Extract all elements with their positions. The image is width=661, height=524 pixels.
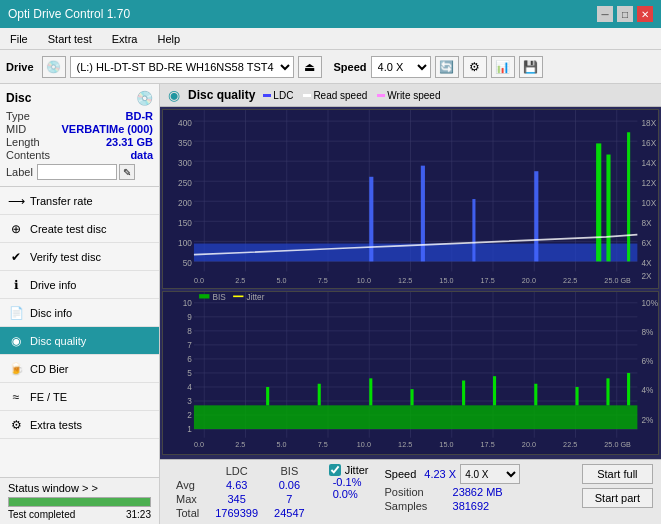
max-ldc: 345 (207, 492, 266, 506)
svg-text:10%: 10% (642, 298, 659, 308)
drive-icon-button[interactable]: 💿 (42, 56, 66, 78)
save-button[interactable]: 💾 (519, 56, 543, 78)
disc-mid-row: MID VERBATIMe (000) (6, 123, 153, 135)
svg-text:25.0 GB: 25.0 GB (604, 440, 631, 449)
avg-ldc: 4.63 (207, 478, 266, 492)
fe-te-icon: ≈ (8, 390, 24, 404)
svg-text:350: 350 (178, 137, 192, 147)
drive-info-icon: ℹ (8, 278, 24, 292)
svg-text:0.0: 0.0 (194, 275, 204, 284)
disc-quality-icon: ◉ (8, 334, 24, 348)
status-window-panel[interactable]: Status window > > Test completed 31:23 (0, 477, 159, 524)
close-button[interactable]: ✕ (637, 6, 653, 22)
contents-label: Contents (6, 149, 50, 161)
eject-button[interactable]: ⏏ (298, 56, 322, 78)
start-full-button[interactable]: Start full (582, 464, 653, 484)
svg-text:7.5: 7.5 (318, 275, 328, 284)
status-time: 31:23 (126, 509, 151, 520)
jitter-header: Jitter (329, 464, 369, 476)
svg-rect-86 (576, 387, 579, 405)
titlebar: Opti Drive Control 1.70 ─ □ ✕ (0, 0, 661, 28)
svg-text:Jitter: Jitter (247, 292, 265, 302)
svg-text:2.5: 2.5 (235, 275, 245, 284)
nav-label-extra-tests: Extra tests (30, 419, 82, 431)
svg-text:5.0: 5.0 (276, 440, 286, 449)
refresh-button[interactable]: 🔄 (435, 56, 459, 78)
nav-item-extra-tests[interactable]: ⚙ Extra tests (0, 411, 159, 439)
nav-item-verify-test-disc[interactable]: ✔ Verify test disc (0, 243, 159, 271)
start-part-button[interactable]: Start part (582, 488, 653, 508)
menu-extra[interactable]: Extra (106, 31, 144, 47)
svg-text:4%: 4% (642, 385, 654, 395)
svg-rect-87 (606, 378, 609, 405)
svg-rect-78 (194, 405, 637, 429)
svg-text:50: 50 (183, 258, 192, 268)
jitter-stats-section: Jitter -0.1% 0.0% (329, 464, 369, 500)
max-bis: 7 (266, 492, 313, 506)
nav-item-cd-bier[interactable]: 🍺 CD Bier (0, 355, 159, 383)
svg-text:400: 400 (178, 117, 192, 127)
svg-rect-82 (411, 389, 414, 405)
menu-help[interactable]: Help (151, 31, 186, 47)
disc-panel: Disc 💿 Type BD-R MID VERBATIMe (000) Len… (0, 84, 159, 187)
nav-item-fe-te[interactable]: ≈ FE / TE (0, 383, 159, 411)
stats-row-avg: Avg 4.63 0.06 (168, 478, 313, 492)
lower-chart: 10 9 8 7 6 5 4 3 2 1 10% 8% 6% 4% 2% (162, 291, 659, 455)
svg-text:18X: 18X (642, 117, 657, 127)
stats-col-bis: BIS (266, 464, 313, 478)
svg-text:16X: 16X (642, 137, 657, 147)
nav-item-disc-quality[interactable]: ◉ Disc quality (0, 327, 159, 355)
svg-text:10.0: 10.0 (357, 275, 371, 284)
svg-text:17.5: 17.5 (481, 440, 495, 449)
menu-file[interactable]: File (4, 31, 34, 47)
svg-text:20.0: 20.0 (522, 275, 536, 284)
nav-label-create-test-disc: Create test disc (30, 223, 106, 235)
svg-rect-27 (627, 132, 630, 261)
chart-button[interactable]: 📊 (491, 56, 515, 78)
svg-text:15.0: 15.0 (439, 440, 453, 449)
nav-item-drive-info[interactable]: ℹ Drive info (0, 271, 159, 299)
speed-mini-select[interactable]: 4.0 X 1.0 X 2.0 X (460, 464, 520, 484)
nav-item-create-test-disc[interactable]: ⊕ Create test disc (0, 215, 159, 243)
mid-value: VERBATIMe (000) (62, 123, 153, 135)
position-row: Position 23862 MB (385, 486, 521, 498)
svg-text:7.5: 7.5 (318, 440, 328, 449)
label-edit-button[interactable]: ✎ (119, 164, 135, 180)
menu-start-test[interactable]: Start test (42, 31, 98, 47)
drive-select[interactable]: (L:) HL-DT-ST BD-RE WH16NS58 TST4 (70, 56, 294, 78)
jitter-checkbox[interactable] (329, 464, 341, 476)
maximize-button[interactable]: □ (617, 6, 633, 22)
status-text: Test completed (8, 509, 75, 520)
stats-row-total: Total 1769399 24547 (168, 506, 313, 520)
svg-rect-21 (369, 177, 373, 262)
nav-item-transfer-rate[interactable]: ⟶ Transfer rate (0, 187, 159, 215)
speed-select[interactable]: 4.0 X 1.0 X 2.0 X 6.0 X 8.0 X (371, 56, 431, 78)
nav-section: ⟶ Transfer rate ⊕ Create test disc ✔ Ver… (0, 187, 159, 477)
svg-rect-23 (472, 199, 475, 261)
svg-text:15.0: 15.0 (439, 275, 453, 284)
avg-label: Avg (168, 478, 207, 492)
ldc-legend-dot (263, 94, 271, 97)
type-label: Type (6, 110, 30, 122)
nav-item-disc-info[interactable]: 📄 Disc info (0, 299, 159, 327)
minimize-button[interactable]: ─ (597, 6, 613, 22)
speed-val: 4.23 X (424, 468, 456, 480)
svg-text:300: 300 (178, 157, 192, 167)
app-title: Opti Drive Control 1.70 (8, 7, 130, 21)
svg-text:2: 2 (187, 410, 192, 420)
total-ldc: 1769399 (207, 506, 266, 520)
samples-label: Samples (385, 500, 445, 512)
svg-rect-25 (596, 143, 601, 261)
svg-text:5: 5 (187, 368, 192, 378)
svg-text:10: 10 (183, 298, 192, 308)
label-input[interactable] (37, 164, 117, 180)
settings-button[interactable]: ⚙ (463, 56, 487, 78)
svg-text:22.5: 22.5 (563, 275, 577, 284)
read-speed-legend-label: Read speed (313, 90, 367, 101)
svg-text:10X: 10X (642, 197, 657, 207)
speed-position-section: Speed 4.23 X 4.0 X 1.0 X 2.0 X Position … (385, 464, 521, 514)
write-speed-legend-label: Write speed (387, 90, 440, 101)
svg-rect-85 (534, 384, 537, 406)
svg-text:22.5: 22.5 (563, 440, 577, 449)
stats-table: LDC BIS Avg 4.63 0.06 Max 345 7 Total 17… (168, 464, 313, 520)
